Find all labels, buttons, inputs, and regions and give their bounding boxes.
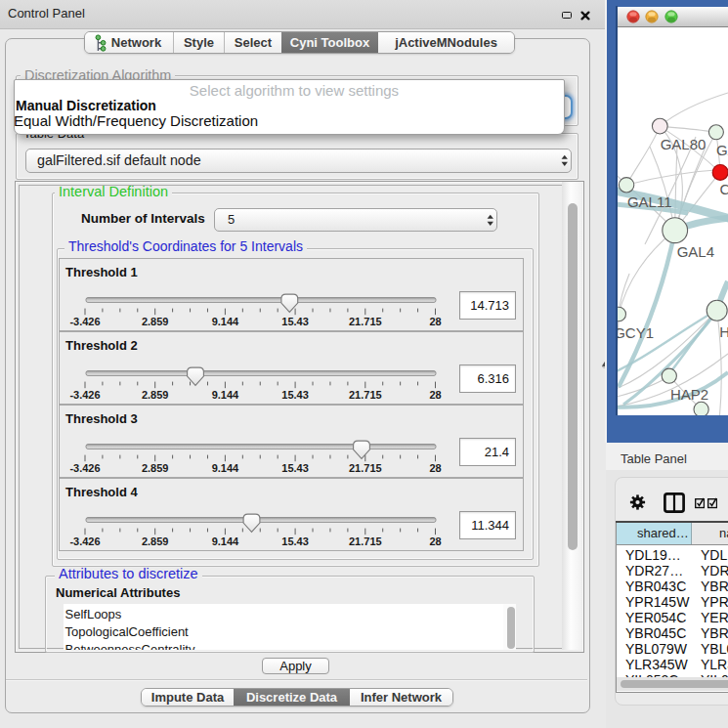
svg-text:-3.426: -3.426 [69,462,100,474]
svg-text:GAL4: GAL4 [677,243,714,260]
svg-text:9.144: 9.144 [212,316,239,327]
svg-text:9.144: 9.144 [212,462,239,474]
svg-text:-3.426: -3.426 [69,535,100,547]
svg-text:C: C [720,181,728,197]
svg-text:-3.426: -3.426 [69,316,100,327]
svg-text:GAL80: GAL80 [661,136,707,152]
svg-text:GAL11: GAL11 [627,193,672,210]
svg-text:28: 28 [429,316,441,327]
svg-text:15.43: 15.43 [281,316,309,327]
svg-text:21.715: 21.715 [349,462,382,474]
svg-text:H: H [719,323,728,340]
svg-text:9.144: 9.144 [212,389,239,401]
svg-text:GA: GA [716,142,728,158]
svg-text:2.859: 2.859 [142,316,169,327]
svg-text:15.43: 15.43 [281,462,309,474]
svg-text:2.859: 2.859 [142,535,169,547]
svg-text:GCY1: GCY1 [618,324,654,341]
svg-text:21.715: 21.715 [349,389,382,401]
svg-text:9.144: 9.144 [212,535,239,547]
svg-text:28: 28 [429,462,441,474]
svg-text:21.715: 21.715 [349,535,382,547]
svg-text:15.43: 15.43 [281,535,309,547]
svg-text:2.859: 2.859 [142,462,169,474]
svg-text:HAP2: HAP2 [670,386,708,403]
svg-text:2.859: 2.859 [142,389,169,401]
svg-text:28: 28 [429,535,441,547]
svg-text:28: 28 [429,389,441,401]
svg-text:-3.426: -3.426 [69,389,100,401]
svg-text:21.715: 21.715 [349,316,382,327]
svg-text:15.43: 15.43 [281,389,309,401]
